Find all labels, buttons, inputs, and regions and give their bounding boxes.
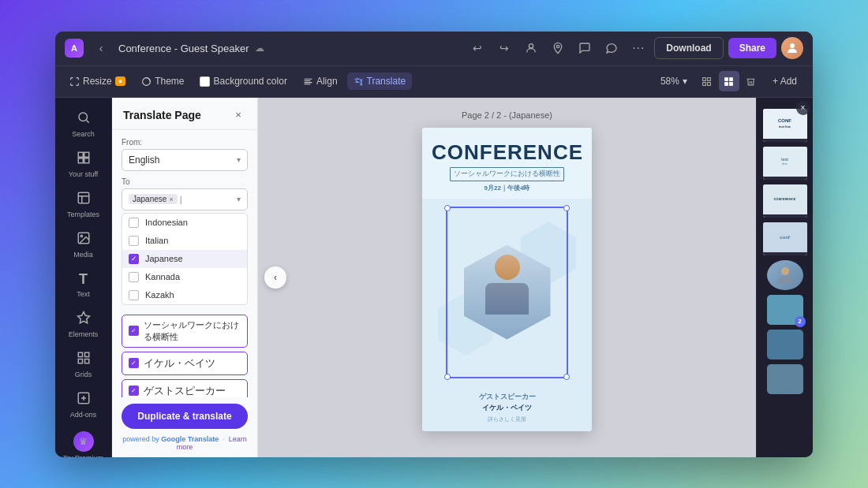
prev-page-button[interactable]: ‹ — [264, 266, 286, 289]
sidebar-item-templates[interactable]: Templates — [60, 186, 107, 223]
google-translate-label: Google Translate — [161, 435, 219, 443]
translation-item-3[interactable]: ✓ ゲストスピーカー — [122, 379, 248, 397]
svg-rect-19 — [84, 152, 88, 157]
panel-header: Translate Page × — [112, 98, 257, 130]
media-icon — [77, 231, 91, 248]
sidebar-item-search[interactable]: Search — [60, 106, 107, 143]
from-label: From: — [122, 138, 248, 147]
thumbnail-1-label — [763, 139, 807, 142]
svg-rect-20 — [78, 158, 83, 162]
to-label: To — [122, 177, 248, 186]
thumbnail-4-label — [763, 252, 807, 255]
svg-point-0 — [529, 44, 533, 48]
chat-icon[interactable] — [574, 37, 596, 59]
t2-checkbox: ✓ — [129, 358, 139, 368]
color-swatch-3[interactable] — [767, 364, 803, 394]
sidebar-item-label: Media — [73, 251, 93, 259]
cloud-icon: ☁ — [255, 43, 264, 54]
people-icon[interactable] — [520, 37, 542, 59]
dropdown-item-kannada[interactable]: Kannada — [122, 268, 247, 286]
swatch-badge-1: 2 — [795, 316, 806, 327]
thumbnail-4[interactable]: conf — [763, 222, 807, 255]
svg-point-1 — [557, 45, 559, 47]
sidebar-item-your-stuff[interactable]: Your stuff — [60, 146, 107, 183]
canvas-area: Page 2 / 2 - (Japanese) ‹ CONFERENCE ソーシ… — [258, 98, 756, 457]
from-field: From: English ▾ — [122, 138, 248, 171]
sidebar-item-elements[interactable]: Elements — [60, 306, 107, 343]
conference-card: CONFERENCE ソーシャルワークにおける横断性 9月22｜午後4時 — [422, 128, 592, 431]
card-bottom: ゲストスピーカー イケル・ベイツ 詳らさしく見形 — [422, 386, 592, 431]
italian-checkbox — [129, 236, 139, 246]
redo-button[interactable]: ↪ — [493, 37, 515, 59]
sidebar-item-premium[interactable]: ♛ Try Premium — [60, 427, 107, 457]
speech-icon[interactable] — [600, 37, 623, 59]
premium-icon: ♛ — [73, 431, 94, 452]
sidebar-item-label: Add-ons — [70, 411, 97, 419]
translation-item-2[interactable]: ✓ イケル・ベイツ — [122, 352, 248, 375]
sidebar-item-add-ons[interactable]: Add-ons — [60, 386, 107, 423]
grids-icon — [77, 351, 91, 368]
delete-btn[interactable] — [741, 71, 761, 91]
thumbnail-3[interactable]: CONFERENCE — [763, 184, 807, 218]
add-button[interactable]: + Add — [765, 73, 805, 90]
sidebar-item-label: Elements — [69, 330, 99, 338]
text-icon: T — [79, 271, 88, 288]
svg-rect-11 — [703, 82, 706, 85]
back-button[interactable]: ‹ — [90, 37, 112, 59]
sidebar-item-label: Grids — [75, 371, 92, 378]
more-button[interactable]: ··· — [627, 37, 649, 59]
card-date: 9月22｜午後4時 — [432, 184, 582, 192]
user-avatar — [781, 37, 803, 59]
svg-rect-12 — [725, 77, 728, 80]
resize-tool[interactable]: Resize ● — [63, 73, 132, 90]
sidebar-item-label: Your stuff — [69, 170, 99, 178]
svg-rect-28 — [78, 352, 82, 356]
from-select-arrow: ▾ — [237, 155, 241, 164]
translate-button[interactable]: Duplicate & translate — [122, 404, 248, 429]
translate-tool[interactable]: Translate — [347, 73, 413, 90]
language-dropdown: Indonesian Italian ✓ Japanese Kannad — [122, 213, 248, 305]
japanese-checkbox: ✓ — [129, 254, 139, 264]
from-select[interactable]: English ▾ — [122, 149, 248, 171]
top-bar-actions: ↩ ↪ ··· Download Share — [466, 37, 803, 59]
sidebar-item-text[interactable]: T Text — [60, 266, 107, 303]
grid-overlay-btn[interactable] — [719, 71, 739, 91]
elements-icon — [77, 311, 91, 328]
color-swatch-2[interactable] — [767, 330, 803, 359]
svg-rect-29 — [84, 352, 88, 356]
location-icon[interactable] — [547, 37, 569, 59]
remove-japanese-button[interactable]: × — [169, 196, 173, 203]
svg-rect-8 — [703, 77, 706, 80]
thumbnail-2[interactable]: text line — [763, 147, 807, 180]
panel-close-button[interactable]: × — [230, 107, 246, 123]
bg-color-tool[interactable]: Background color — [193, 73, 293, 90]
svg-rect-22 — [78, 192, 89, 203]
download-button[interactable]: Download — [654, 37, 723, 59]
svg-rect-21 — [84, 158, 88, 162]
card-top: CONFERENCE ソーシャルワークにおける横断性 9月22｜午後4時 — [422, 128, 592, 199]
translation-section: ✓ ソーシャルワークにおける横断性 ✓ イケル・ベイツ ✓ ゲストスピーカー ✓… — [122, 315, 248, 397]
svg-rect-30 — [84, 359, 88, 363]
t3-checkbox: ✓ — [129, 386, 139, 396]
align-tool[interactable]: Align — [297, 73, 344, 90]
dropdown-item-indonesian[interactable]: Indonesian — [122, 214, 247, 232]
close-right-panel[interactable]: × — [796, 101, 810, 115]
dropdown-item-italian[interactable]: Italian — [122, 232, 247, 250]
sidebar-item-grids[interactable]: Grids — [60, 346, 107, 383]
dropdown-item-kazakh[interactable]: Kazakh — [122, 286, 247, 304]
undo-button[interactable]: ↩ — [466, 37, 488, 59]
svg-point-37 — [781, 267, 789, 275]
theme-tool[interactable]: Theme — [135, 73, 190, 90]
zoom-control[interactable]: 58% ▾ — [654, 73, 694, 90]
translation-item-1[interactable]: ✓ ソーシャルワークにおける横断性 — [122, 315, 248, 348]
translate-panel: Translate Page × From: English ▾ To Japa… — [112, 98, 258, 457]
share-button[interactable]: Share — [728, 38, 776, 58]
grid-view-btn[interactable] — [697, 71, 717, 91]
to-select[interactable]: Japanese × | ▾ — [122, 188, 248, 210]
dropdown-item-japanese[interactable]: ✓ Japanese — [122, 250, 247, 268]
kannada-checkbox — [129, 272, 139, 282]
svg-rect-15 — [725, 82, 728, 85]
sidebar-item-media[interactable]: Media — [60, 226, 107, 263]
canva-logo: A — [65, 39, 84, 58]
svg-rect-10 — [708, 82, 711, 85]
